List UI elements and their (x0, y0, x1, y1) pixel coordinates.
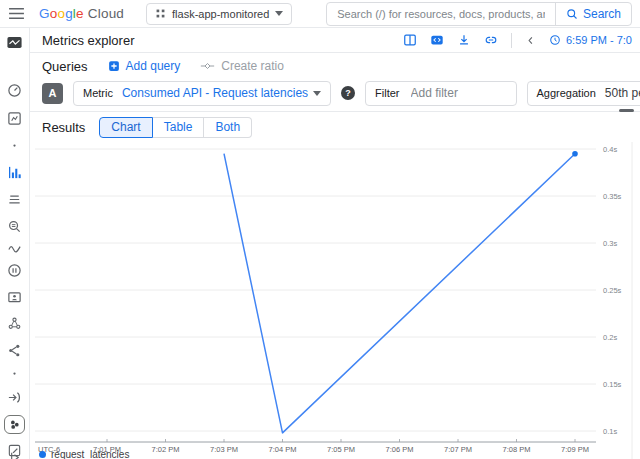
search-button-label: Search (583, 7, 621, 21)
ratio-icon (200, 61, 215, 71)
metric-chip: Metric Consumed API - Request latencies (73, 81, 331, 106)
logo-cloud-text: Cloud (88, 6, 124, 21)
project-selector[interactable]: flask-app-monitored (146, 3, 292, 25)
aggregation-group: Aggregation 50th percentile (527, 81, 640, 106)
aggregation-chip: Aggregation 50th percentile (527, 81, 640, 106)
monitoring-logo-icon (7, 35, 22, 50)
view-toggle-group: ChartTableBoth (99, 117, 252, 138)
legend-item[interactable]: request_latencies (39, 449, 129, 459)
dot-cluster-icon (8, 418, 21, 431)
header-actions: 6:59 PM - 7:0 (403, 33, 632, 48)
code-block-icon[interactable] (430, 33, 444, 47)
caret-down-icon (275, 11, 283, 16)
screen-user-nav-item[interactable] (0, 285, 29, 309)
chart-area: 0.4s0.35s0.3s0.25s0.2s0.15s0.1s7:01 PM7:… (30, 142, 640, 459)
metric-dropdown[interactable]: Consumed API - Request latencies (122, 86, 321, 100)
speedometer-icon (7, 83, 22, 98)
filter-chip: Filter (365, 81, 516, 106)
svg-text:7:09 PM: 7:09 PM (561, 445, 589, 454)
google-cloud-logo: Google Cloud (39, 6, 124, 21)
share-graph-nav-item[interactable] (0, 338, 29, 362)
reader-icon[interactable] (403, 33, 417, 47)
svg-text:0.25s: 0.25s (603, 286, 622, 295)
svg-text:0.35s: 0.35s (603, 192, 622, 201)
svg-text:7:08 PM: 7:08 PM (503, 445, 531, 454)
time-range-picker[interactable]: 6:59 PM - 7:0 (549, 34, 632, 46)
wave-nav-item[interactable] (0, 236, 29, 260)
svg-text:0.1s: 0.1s (603, 427, 617, 436)
project-grid-icon (155, 8, 166, 19)
view-toggle-table[interactable]: Table (153, 117, 205, 138)
expand-caret-nav-item[interactable] (0, 445, 29, 459)
project-name: flask-app-monitored (172, 8, 269, 20)
metric-label: Metric (83, 87, 113, 99)
profiler-nav-item[interactable] (0, 258, 29, 282)
aggregation-dropdown[interactable]: 50th percentile (605, 86, 640, 100)
share-graph-icon (7, 343, 22, 358)
svg-text:7:03 PM: 7:03 PM (210, 445, 238, 454)
main-content: Metrics explorer 6:59 PM - 7:0 Queries A… (30, 28, 640, 459)
screen-user-icon (7, 290, 22, 305)
svg-text:7:02 PM: 7:02 PM (152, 445, 180, 454)
view-toggle-chart[interactable]: Chart (99, 117, 152, 138)
aggregation-underline-mark (619, 109, 634, 112)
queries-bar: Queries Add query Create ratio (30, 53, 640, 77)
legend-color-dot (39, 451, 46, 458)
stacked-list-nav-item[interactable] (0, 187, 29, 211)
divider (511, 33, 512, 48)
more-dot-nav-item (0, 133, 29, 157)
chevron-left-icon[interactable] (525, 35, 536, 46)
add-query-label: Add query (126, 59, 181, 73)
left-nav-sidebar (0, 28, 30, 459)
page-title: Metrics explorer (42, 33, 134, 48)
bar-chart-icon (7, 165, 22, 180)
monitoring-logo-nav-item[interactable] (0, 30, 29, 54)
help-icon[interactable]: ? (341, 86, 355, 100)
magnifier-icon (566, 8, 578, 20)
create-ratio-button[interactable]: Create ratio (200, 59, 284, 73)
node-cluster-nav-item[interactable] (0, 311, 29, 335)
dashboard-chart-icon (7, 111, 22, 126)
metric-value: Consumed API - Request latencies (122, 86, 308, 100)
log-search-icon (7, 219, 22, 234)
svg-text:7:06 PM: 7:06 PM (386, 445, 414, 454)
bar-chart-nav-item[interactable] (0, 160, 29, 184)
svg-text:0.3s: 0.3s (603, 239, 617, 248)
svg-text:7:05 PM: 7:05 PM (327, 445, 355, 454)
aggregation-value: 50th percentile (605, 86, 640, 100)
expand-caret-icon (7, 450, 22, 459)
legend-label: request_latencies (51, 449, 129, 459)
page-header: Metrics explorer 6:59 PM - 7:0 (30, 28, 640, 53)
search-button[interactable]: Search (555, 3, 631, 25)
time-range-label: 6:59 PM - 7:0 (566, 34, 632, 46)
dashboard-chart-nav-item[interactable] (0, 106, 29, 130)
add-query-button[interactable]: Add query (108, 59, 181, 73)
search-input[interactable] (327, 8, 555, 20)
aggregation-label: Aggregation (537, 87, 596, 99)
log-search-nav-item[interactable] (0, 214, 29, 238)
queries-title: Queries (42, 59, 88, 74)
filter-input[interactable] (409, 85, 507, 101)
svg-text:0.2s: 0.2s (603, 333, 617, 342)
svg-text:7:07 PM: 7:07 PM (444, 445, 472, 454)
link-icon[interactable] (484, 33, 498, 47)
more-dot-icon (7, 366, 22, 381)
results-title: Results (42, 120, 85, 135)
dot-cluster-selected-nav-item[interactable] (0, 412, 29, 436)
sign-in-arrow-icon (7, 390, 22, 405)
node-cluster-icon (7, 316, 22, 331)
query-letter-badge: A (42, 83, 63, 104)
results-bar: Results ChartTableBoth (30, 112, 640, 142)
latency-chart[interactable]: 0.4s0.35s0.3s0.25s0.2s0.15s0.1s7:01 PM7:… (30, 142, 639, 459)
speedometer-nav-item[interactable] (0, 78, 29, 102)
hamburger-menu-icon[interactable] (8, 7, 25, 20)
more-dot-icon (7, 138, 22, 153)
download-icon[interactable] (457, 33, 471, 47)
query-builder-row: A Metric Consumed API - Request latencie… (30, 77, 640, 109)
caret-down-icon (313, 91, 321, 96)
sign-in-arrow-nav-item[interactable] (0, 385, 29, 409)
svg-text:0.15s: 0.15s (603, 380, 622, 389)
view-toggle-both[interactable]: Both (204, 117, 252, 138)
profiler-icon (7, 263, 22, 278)
create-ratio-label: Create ratio (221, 59, 284, 73)
